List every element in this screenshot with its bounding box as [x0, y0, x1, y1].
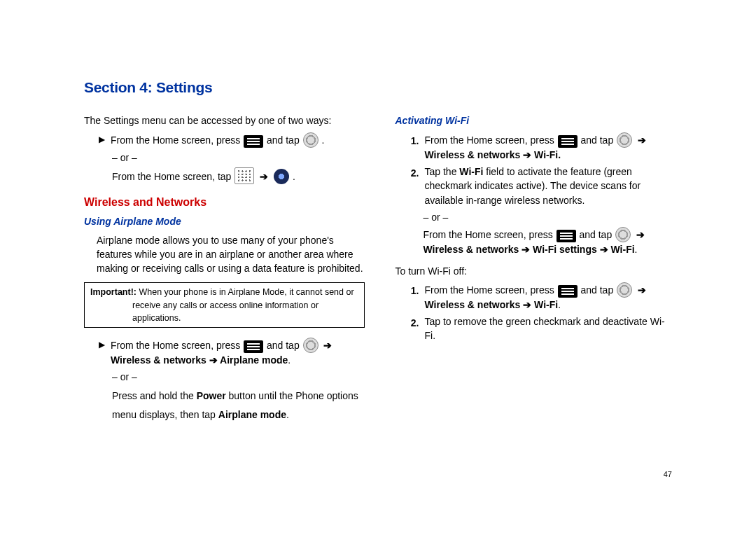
bullet-access-2: From the Home screen, tap ➔ . — [112, 167, 365, 184]
number-marker: 1. — [408, 132, 419, 148]
right-column: Activating Wi-Fi 1. From the Home screen… — [396, 113, 676, 427]
or-separator: – or – — [112, 370, 365, 384]
settings-gear-icon — [303, 338, 318, 353]
bullet-body: From the Home screen, press and tap . — [111, 132, 365, 148]
left-column: The Settings menu can be accessed by one… — [84, 113, 365, 427]
dot: . — [558, 299, 561, 310]
text: and tap — [580, 284, 616, 296]
triangle-marker-icon: ▶ — [97, 338, 105, 351]
text: From the Home screen, press — [424, 229, 556, 240]
page-number: 47 — [664, 469, 672, 480]
heading-wireless-networks: Wireless and Networks — [84, 194, 365, 210]
text: Tap the — [425, 166, 460, 177]
airplane-alt-step: Press and hold the Power button until th… — [112, 387, 365, 424]
arrow-icon: ➔ — [636, 228, 645, 242]
wifi-label: Wi-Fi — [459, 166, 483, 177]
apps-grid-icon — [234, 167, 254, 184]
important-text: When your phone is in Airplane Mode, it … — [132, 287, 354, 322]
dot: . — [635, 244, 638, 255]
number-marker: 1. — [408, 282, 419, 298]
arrow-icon: ➔ — [638, 133, 646, 147]
power-button-label: Power — [197, 390, 226, 401]
text: . — [321, 134, 324, 146]
text: Press and hold the — [112, 390, 197, 401]
step-body: Tap to remove the green checkmark and de… — [425, 314, 676, 343]
airplane-mode-description: Airplane mode allows you to use many of … — [97, 233, 365, 276]
text: and tap — [580, 134, 616, 146]
dot: . — [288, 354, 290, 366]
settings-gear-icon — [303, 132, 318, 148]
text: and tap — [267, 134, 302, 146]
section-title: Section 4: Settings — [84, 77, 676, 98]
text: From the Home screen, press — [425, 134, 557, 146]
triangle-marker-icon: ▶ — [97, 132, 105, 146]
bullet-access-1: ▶ From the Home screen, press and tap . — [97, 132, 365, 148]
page: Section 4: Settings The Settings menu ca… — [0, 0, 756, 540]
heading-airplane-mode: Using Airplane Mode — [84, 214, 365, 228]
bullet-body: From the Home screen, press and tap ➔ Wi… — [111, 338, 365, 367]
path-wifi: Wireless & networks ➔ Wi-Fi — [425, 299, 559, 310]
menu-button-icon — [244, 340, 263, 353]
or-separator: – or – — [424, 210, 676, 224]
text: From the Home screen, press — [111, 340, 243, 351]
menu-button-icon — [558, 285, 578, 298]
text: and tap — [267, 340, 302, 351]
menu-button-icon — [556, 230, 576, 242]
intro-text: The Settings menu can be accessed by one… — [84, 113, 365, 127]
text: From the Home screen, tap — [112, 171, 234, 182]
settings-gear-icon — [617, 282, 632, 298]
path-wifi-settings: Wireless & networks ➔ Wi-Fi settings ➔ W… — [424, 244, 635, 255]
arrow-icon: ➔ — [638, 283, 646, 297]
heading-activating-wifi: Activating Wi-Fi — [396, 113, 676, 127]
step-1-off: 1. From the Home screen, press and tap ➔… — [408, 282, 676, 312]
path-wifi: Wireless & networks ➔ Wi-Fi. — [425, 149, 561, 160]
step-1-activate: 1. From the Home screen, press and tap ➔… — [408, 132, 676, 162]
alt-wifi-step: From the Home screen, press and tap ➔ Wi… — [424, 227, 676, 256]
path-airplane-mode: Wireless & networks ➔ Airplane mode — [111, 354, 288, 366]
step-body: From the Home screen, press and tap ➔ Wi… — [425, 132, 676, 162]
settings-app-icon — [274, 169, 289, 184]
text: From the Home screen, press — [425, 284, 557, 296]
menu-button-icon — [244, 135, 263, 148]
turn-off-heading: To turn Wi-Fi off: — [396, 264, 676, 278]
settings-gear-icon — [617, 132, 632, 148]
settings-gear-icon — [615, 227, 631, 242]
step-2-off: 2. Tap to remove the green checkmark and… — [408, 314, 676, 343]
menu-button-icon — [558, 135, 578, 148]
dot: . — [286, 409, 289, 420]
text: From the Home screen, press — [111, 134, 243, 146]
arrow-icon: ➔ — [323, 338, 332, 352]
number-marker: 2. — [408, 314, 419, 330]
text: . — [293, 171, 295, 182]
step-body: From the Home screen, press and tap ➔ Wi… — [425, 282, 676, 312]
important-label: Important!: — [90, 287, 136, 297]
number-marker: 2. — [408, 165, 419, 180]
bullet-airplane-step: ▶ From the Home screen, press and tap ➔ … — [97, 338, 365, 367]
arrow-icon: ➔ — [260, 169, 268, 184]
two-column-layout: The Settings menu can be accessed by one… — [84, 113, 676, 427]
or-separator: – or – — [112, 151, 365, 165]
step-body: Tap the Wi-Fi field to activate the feat… — [425, 165, 676, 207]
important-note-box: Important!: When your phone is in Airpla… — [84, 282, 365, 327]
text: and tap — [579, 229, 615, 240]
step-2-activate: 2. Tap the Wi-Fi field to activate the f… — [408, 165, 676, 207]
airplane-mode-label: Airplane mode — [218, 409, 286, 420]
